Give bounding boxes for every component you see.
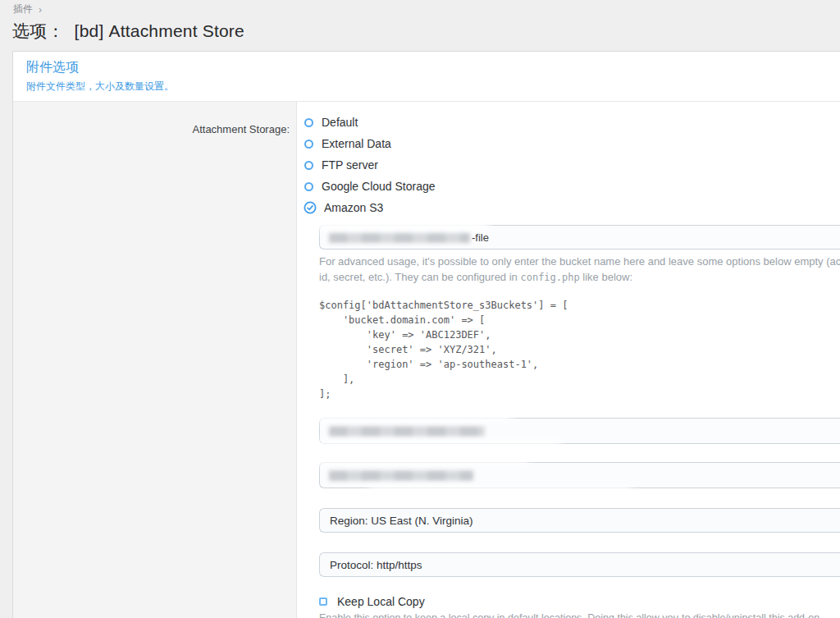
redacted-text: [329, 232, 470, 243]
bucket-help-text: For advanced usage, it's possible to onl…: [319, 254, 840, 286]
page-title: 选项：[bd] Attachment Store: [12, 20, 244, 43]
config-php-code: config.php: [520, 272, 579, 283]
redaction-smear: [315, 457, 528, 465]
code-line: ],: [319, 372, 840, 387]
radio-option-label: Amazon S3: [324, 201, 383, 214]
radio-selected-check-circle-icon[interactable]: [304, 201, 317, 214]
page-title-prefix: 选项：: [12, 21, 65, 40]
radio-option-external-data[interactable]: External Data: [304, 133, 840, 154]
breadcrumb-item-plugins[interactable]: 插件: [13, 2, 33, 16]
radio-option-label: External Data: [322, 137, 391, 150]
radio-option-default[interactable]: Default: [304, 112, 840, 133]
keep-local-copy-checkbox-row[interactable]: Keep Local Copy: [319, 595, 840, 608]
chevron-right-icon: ›: [39, 4, 42, 16]
panel-body: Attachment Storage: Default External Dat…: [13, 102, 840, 618]
code-line: 'secret' => 'XYZ/321',: [319, 342, 840, 357]
secret-key-input[interactable]: [319, 462, 840, 488]
region-select[interactable]: Region: US East (N. Virginia): [319, 508, 840, 533]
config-code-block: $config['bdAttachmentStore_s3Buckets'] =…: [319, 298, 840, 401]
code-line: $config['bdAttachmentStore_s3Buckets'] =…: [319, 298, 840, 313]
code-line: 'bucket.domain.com' => [: [319, 313, 840, 327]
redaction-smear: [317, 219, 489, 231]
code-line: 'key' => 'ABC123DEF',: [319, 327, 840, 342]
redaction-smear: [315, 441, 561, 448]
storage-radio-group: Default External Data FTP server Google …: [304, 112, 840, 218]
redaction-smear: [315, 414, 512, 422]
protocol-select-value: Protocol: http/https: [330, 559, 422, 571]
radio-unselected-icon[interactable]: [304, 182, 313, 191]
options-page: 插件 › 选项：[bd] Attachment Store 附件选项 附件文件类…: [0, 0, 840, 618]
redacted-text: [329, 426, 485, 437]
panel-header: 附件选项 附件文件类型，大小及数量设置。: [13, 52, 840, 102]
radio-option-amazon-s3[interactable]: Amazon S3: [304, 197, 840, 218]
radio-option-label: FTP server: [322, 158, 378, 172]
bucket-name-visible-suffix: -file: [472, 231, 489, 244]
help-line-1: For advanced usage, it's possible to onl…: [319, 254, 840, 269]
radio-option-label: Google Cloud Storage: [322, 180, 436, 193]
region-select-value: Region: US East (N. Virginia): [330, 515, 473, 527]
options-panel: 附件选项 附件文件类型，大小及数量设置。 Attachment Storage:…: [12, 51, 840, 618]
label-column: Attachment Storage:: [13, 102, 297, 618]
radio-unselected-icon[interactable]: [304, 118, 313, 127]
content-column: Default External Data FTP server Google …: [297, 102, 840, 618]
code-line: ];: [319, 387, 840, 401]
page-title-name: [bd] Attachment Store: [75, 21, 244, 40]
bucket-name-input[interactable]: -file: [319, 225, 840, 249]
keep-local-copy-label: Keep Local Copy: [337, 595, 425, 608]
panel-header-title[interactable]: 附件选项: [26, 59, 840, 76]
radio-unselected-icon[interactable]: [304, 140, 313, 149]
help-line-2: id, secret, etc.). They can be configure…: [319, 269, 840, 286]
radio-option-google-cloud-storage[interactable]: Google Cloud Storage: [304, 176, 840, 197]
radio-option-label: Default: [322, 116, 358, 129]
code-line: 'region' => 'ap-southeast-1',: [319, 357, 840, 372]
checkbox-unchecked-icon[interactable]: [319, 597, 327, 606]
radio-option-ftp-server[interactable]: FTP server: [304, 154, 840, 176]
redaction-smear: [369, 486, 632, 493]
breadcrumb: 插件 ›: [13, 2, 42, 16]
radio-unselected-icon[interactable]: [304, 161, 313, 170]
panel-header-subtitle: 附件文件类型，大小及数量设置。: [26, 80, 840, 94]
attachment-storage-label: Attachment Storage:: [192, 123, 290, 135]
keep-local-copy-description: Enable this option to keep a local copy …: [319, 612, 840, 618]
protocol-select[interactable]: Protocol: http/https: [319, 552, 840, 577]
redacted-text: [329, 470, 473, 481]
access-key-input[interactable]: [319, 418, 840, 444]
